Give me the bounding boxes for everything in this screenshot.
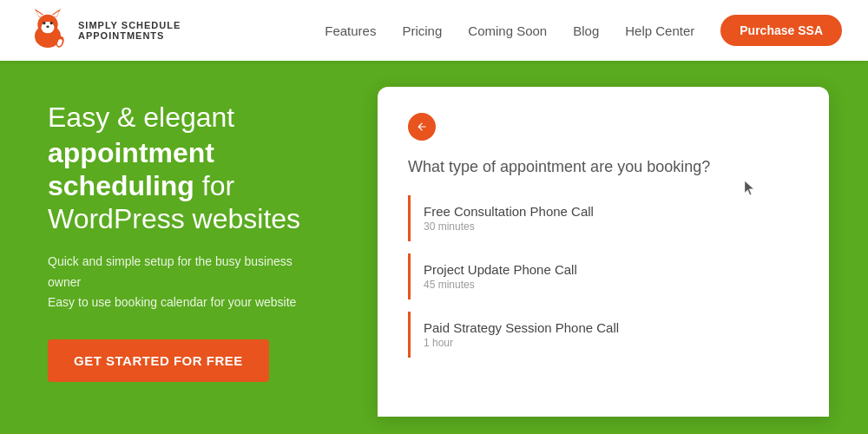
get-started-button[interactable]: GET STARTED FOR FREE — [48, 339, 269, 382]
nav: Features Pricing Coming Soon Blog Help C… — [325, 15, 842, 46]
hero-sub2: Easy to use booking calendar for your we… — [48, 293, 312, 313]
fox-icon — [26, 9, 69, 52]
back-arrow-icon — [416, 121, 428, 133]
nav-features[interactable]: Features — [325, 23, 376, 38]
svg-point-7 — [43, 22, 45, 24]
booking-title: What type of appointment are you booking… — [408, 158, 799, 176]
logo[interactable]: Simply Schedule Appointments — [26, 9, 181, 52]
svg-point-9 — [46, 26, 49, 29]
svg-point-8 — [50, 22, 53, 24]
nav-help-center[interactable]: Help Center — [625, 23, 694, 38]
hero-content: Easy & elegant appointmentscheduling for… — [0, 61, 347, 434]
purchase-ssa-button[interactable]: Purchase SSA — [720, 15, 842, 46]
appointment-item-1[interactable]: Project Update Phone Call 45 minutes — [408, 253, 799, 299]
nav-blog[interactable]: Blog — [573, 23, 599, 38]
hero-line1: Easy & elegant — [48, 102, 234, 133]
hero-bold: appointmentscheduling for — [48, 136, 312, 203]
appointment-name-0: Free Consultation Phone Call — [424, 204, 786, 219]
back-button[interactable] — [408, 113, 436, 141]
hero-subtext: Quick and simple setup for the busy busi… — [48, 252, 312, 313]
nav-coming-soon[interactable]: Coming Soon — [468, 23, 547, 38]
appointment-duration-0: 30 minutes — [424, 220, 786, 233]
appointment-name-1: Project Update Phone Call — [424, 262, 786, 277]
booking-card: What type of appointment are you booking… — [378, 87, 829, 417]
appointment-item-0[interactable]: Free Consultation Phone Call 30 minutes — [408, 195, 799, 241]
appointment-duration-1: 45 minutes — [424, 279, 786, 291]
appointment-name-2: Paid Strategy Session Phone Call — [424, 320, 786, 335]
cursor-icon — [745, 181, 755, 196]
logo-line1: Simply Schedule — [78, 20, 181, 30]
hero-sub1: Quick and simple setup for the busy busi… — [48, 252, 312, 293]
main-section: Easy & elegant appointmentscheduling for… — [0, 61, 868, 434]
booking-panel: What type of appointment are you booking… — [347, 61, 868, 434]
logo-line2: Appointments — [78, 30, 181, 41]
logo-text: Simply Schedule Appointments — [78, 20, 181, 41]
hero-wp: WordPress websites — [48, 202, 312, 235]
nav-pricing[interactable]: Pricing — [402, 23, 442, 38]
hero-tagline: Easy & elegant appointmentscheduling for… — [48, 100, 312, 236]
appointment-duration-2: 1 hour — [424, 337, 786, 349]
appointment-item-2[interactable]: Paid Strategy Session Phone Call 1 hour — [408, 312, 799, 358]
header: Simply Schedule Appointments Features Pr… — [0, 0, 868, 61]
